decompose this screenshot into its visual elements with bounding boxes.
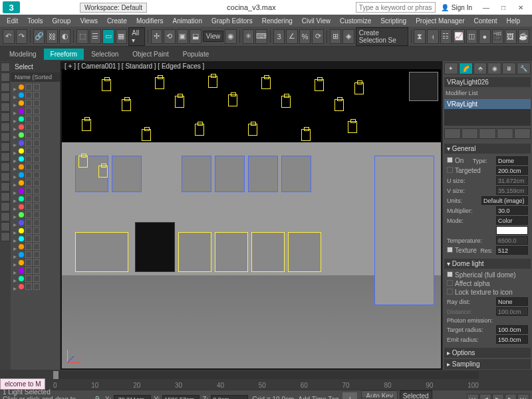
left-tool-12[interactable]: [1, 182, 10, 192]
viewport[interactable]: [ + ] [ Camera001 ] [ Standard ] [ Edged…: [61, 61, 442, 370]
welcome-popup[interactable]: elcome to M: [0, 378, 45, 390]
ribbon-tab-populate[interactable]: Populate: [176, 49, 215, 60]
left-tool-11[interactable]: [1, 172, 10, 182]
lock-icon[interactable]: 🔒: [93, 396, 101, 399]
rollout-sampling-header[interactable]: ▸ Sampling: [444, 359, 531, 369]
layer-row[interactable]: ▸: [12, 99, 59, 107]
ribbon-tab-selection[interactable]: Selection: [84, 49, 125, 60]
target-radius-spinner[interactable]: 100.0cm: [496, 325, 528, 334]
select-rect-button[interactable]: ▭: [102, 29, 114, 44]
type-dropdown[interactable]: Dome: [496, 156, 528, 165]
render-frame-button[interactable]: 🖼: [505, 29, 517, 44]
scene-explorer-sort[interactable]: Name (Sorted: [11, 72, 60, 82]
modify-tab[interactable]: 🌈: [459, 63, 473, 74]
layer-row[interactable]: ▸: [12, 227, 59, 235]
signin-button[interactable]: 👤 Sign In: [441, 4, 472, 11]
redo-button[interactable]: ↷: [16, 29, 28, 44]
mirror-button[interactable]: ⧗: [414, 29, 426, 44]
rotate-button[interactable]: ⟲: [164, 29, 176, 44]
manip-button[interactable]: ✳: [243, 29, 255, 44]
menu-graph-editors[interactable]: Graph Editors: [207, 16, 257, 26]
ribbon-tab-object paint[interactable]: Object Paint: [126, 49, 175, 60]
layer-row[interactable]: ▸: [12, 243, 59, 251]
raydist-dropdown[interactable]: None: [496, 297, 528, 306]
curve-editor-button[interactable]: 📈: [453, 29, 465, 44]
menu-edit[interactable]: Edit: [3, 16, 22, 26]
angle-snap-button[interactable]: ∠: [286, 29, 298, 44]
keymode-dropdown[interactable]: Selected: [400, 390, 432, 400]
rollout-options-header[interactable]: ▸ Options: [444, 348, 531, 358]
targeted-spinner[interactable]: 200.0cm: [496, 166, 528, 175]
play-button[interactable]: ▶: [492, 394, 504, 400]
select-name-button[interactable]: ☰: [90, 29, 102, 44]
layer-row[interactable]: ▸: [12, 91, 59, 99]
keymode-button[interactable]: ⌨: [255, 29, 267, 44]
left-tool-0[interactable]: [1, 63, 10, 72]
viewport-canvas[interactable]: [62, 69, 441, 368]
prev-frame-button[interactable]: ◀: [479, 394, 491, 400]
maximize-button[interactable]: □: [495, 1, 512, 13]
z-coord-field[interactable]: 0.0cm: [211, 395, 248, 399]
rollout-dome-header[interactable]: ▾ Dome light: [444, 259, 531, 269]
left-tool-6[interactable]: [1, 122, 10, 132]
layer-list[interactable]: ▸▸▸▸▸▸▸▸▸▸▸▸▸▸▸▸▸▸▸▸▸▸▸▸▸▸: [11, 82, 60, 370]
menu-create[interactable]: Create: [103, 16, 131, 26]
lock-checkbox[interactable]: [447, 289, 453, 295]
snap-button[interactable]: 3: [273, 29, 285, 44]
menu-help[interactable]: Help: [503, 16, 525, 26]
goto-start-button[interactable]: ⏮: [467, 394, 479, 400]
emit-radius-spinner[interactable]: 150.0cm: [496, 335, 528, 344]
schematic-button[interactable]: ◫: [466, 29, 478, 44]
rollout-general-header[interactable]: ▾ General: [444, 144, 531, 154]
next-frame-button[interactable]: ▶: [505, 394, 517, 400]
multiplier-spinner[interactable]: 30.0: [496, 206, 528, 215]
layer-row[interactable]: ▸: [12, 131, 59, 139]
workspace-selector[interactable]: Workspace: Default: [80, 3, 147, 13]
pin-stack-button[interactable]: [444, 128, 461, 139]
viewcube[interactable]: [409, 72, 438, 101]
layer-row[interactable]: ▸: [12, 147, 59, 155]
menu-scripting[interactable]: Scripting: [376, 16, 410, 26]
layer-row[interactable]: ▸: [12, 275, 59, 283]
targeted-checkbox[interactable]: [447, 167, 453, 173]
align-button[interactable]: ⫞: [427, 29, 439, 44]
layer-row[interactable]: ▸: [12, 251, 59, 259]
search-input[interactable]: [356, 2, 436, 13]
hierarchy-tab[interactable]: ⬘: [473, 63, 487, 74]
selset-dropdown[interactable]: Create Selection Se: [356, 27, 408, 46]
y-coord-field[interactable]: 1586.57cm: [162, 395, 200, 399]
left-tool-7[interactable]: [1, 132, 10, 142]
motion-tab[interactable]: ◉: [487, 63, 501, 74]
units-dropdown[interactable]: Default (image): [481, 196, 528, 205]
menu-customize[interactable]: Customize: [336, 16, 375, 26]
menu-project-manager[interactable]: Project Manager: [412, 16, 468, 26]
menu-animation[interactable]: Animation: [168, 16, 205, 26]
viewport-label[interactable]: [ + ] [ Camera001 ] [ Standard ] [ Edged…: [65, 63, 204, 70]
on-checkbox[interactable]: [447, 157, 453, 163]
unlink-button[interactable]: ⛓: [46, 29, 58, 44]
spherical-checkbox[interactable]: [447, 271, 453, 277]
refcoord-dropdown[interactable]: View: [203, 31, 224, 42]
layer-row[interactable]: ▸: [12, 155, 59, 163]
goto-end-button[interactable]: ⏭: [517, 394, 529, 400]
left-tool-16[interactable]: [1, 222, 10, 231]
pivot-button[interactable]: ◉: [225, 29, 237, 44]
layers-button[interactable]: ☷: [440, 29, 452, 44]
layer-row[interactable]: ▸: [12, 187, 59, 195]
layer-row[interactable]: ▸: [12, 139, 59, 147]
time-slider[interactable]: 0 / 100: [0, 370, 532, 380]
layer-row[interactable]: ▸: [12, 163, 59, 171]
ribbon-tab-modeling[interactable]: Modeling: [3, 49, 43, 60]
menu-modifiers[interactable]: Modifiers: [132, 16, 168, 26]
menu-content[interactable]: Content: [470, 16, 501, 26]
spinner-snap-button[interactable]: ⟳: [312, 29, 324, 44]
layer-row[interactable]: ▸: [12, 123, 59, 131]
layer-row[interactable]: ▸: [12, 235, 59, 243]
left-tool-1[interactable]: [1, 72, 10, 82]
percent-snap-button[interactable]: %: [299, 29, 311, 44]
left-tool-14[interactable]: [1, 202, 10, 211]
layer-row[interactable]: ▸: [12, 219, 59, 227]
left-tool-13[interactable]: [1, 192, 10, 201]
layer-row[interactable]: ▸: [12, 83, 59, 91]
left-tool-10[interactable]: [1, 162, 10, 172]
